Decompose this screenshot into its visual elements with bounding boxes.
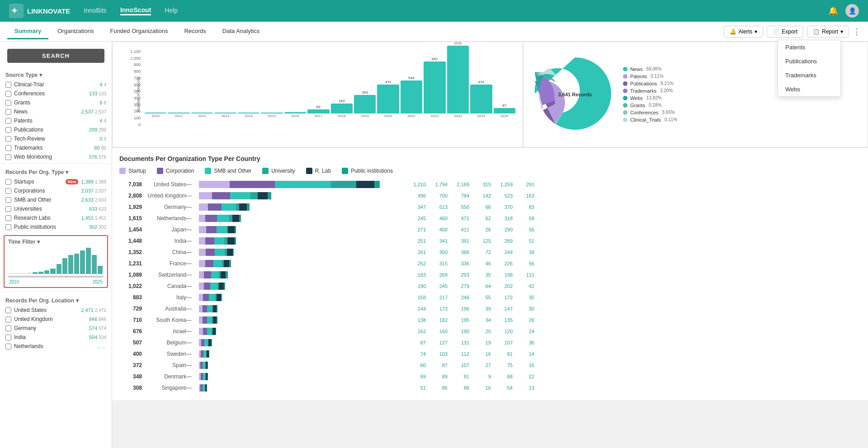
- checkbox-clinical_trial[interactable]: [5, 82, 11, 88]
- checkbox-research_labs[interactable]: [5, 215, 11, 221]
- stat-value: 81: [496, 351, 513, 357]
- donut-container: 3,641 Records: [534, 53, 616, 136]
- dropdown-item[interactable]: Publications: [778, 54, 840, 68]
- filter-item-location[interactable]: United States 2,471 2,471: [0, 306, 112, 315]
- filter-item-universities[interactable]: Universities 633 633: [0, 204, 112, 213]
- stat-value: 269: [431, 272, 448, 278]
- bar-column: 163 2018: [331, 99, 353, 118]
- filter-label-news: News: [14, 108, 78, 115]
- stat-value: 460: [431, 216, 448, 221]
- stat-value: 411: [453, 227, 469, 232]
- checkbox-conferences[interactable]: [5, 91, 11, 97]
- y-axis-label: 600: [134, 83, 141, 87]
- stat-value: 35: [518, 295, 534, 300]
- checkbox-trademarks[interactable]: [5, 145, 11, 151]
- dropdown-item[interactable]: Webs: [778, 82, 840, 96]
- country-total: 308: [119, 385, 142, 391]
- tab-summary[interactable]: Summary: [7, 24, 48, 39]
- country-row: 710 South Korea— 1381821953413526: [119, 315, 861, 325]
- filter-item-tech_review[interactable]: Tech-Review 0 0: [0, 134, 112, 143]
- stat-value: 24: [518, 329, 534, 334]
- checkbox-tech_review[interactable]: [5, 136, 11, 142]
- export-button[interactable]: 📄 Export: [767, 26, 803, 38]
- bar-segment: [224, 260, 229, 267]
- checkbox-location[interactable]: [5, 325, 11, 331]
- search-button[interactable]: SEARCH: [7, 49, 104, 63]
- filter-item-smb_other[interactable]: SMB and Other 2,633 2,633: [0, 195, 112, 204]
- stat-value: 700: [431, 193, 448, 198]
- checkbox-web_monitoring[interactable]: [5, 154, 11, 160]
- country-row: 308 Singapore— 518688165413: [119, 383, 861, 393]
- tab-data-analytics[interactable]: Data Analytics: [215, 24, 267, 39]
- alerts-button[interactable]: 🔔 Alerts ▾: [724, 26, 764, 38]
- checkbox-universities[interactable]: [5, 206, 11, 212]
- checkbox-patents[interactable]: [5, 118, 11, 124]
- y-axis-label: 800: [134, 69, 141, 74]
- checkbox-location[interactable]: [5, 307, 11, 313]
- report-button[interactable]: 📋 Report ▾: [807, 26, 849, 38]
- filter-item-web_monitoring[interactable]: Web Monitoring 576 576: [0, 152, 112, 161]
- checkbox-publications[interactable]: [5, 127, 11, 133]
- stat-value: 13: [518, 385, 534, 391]
- checkbox-grants[interactable]: [5, 100, 11, 106]
- y-axis-label: 500: [134, 89, 141, 94]
- stat-value: 62: [475, 216, 491, 221]
- country-stats: 25134139112528951: [410, 238, 534, 244]
- bar-segment: [229, 260, 231, 267]
- checkbox-location[interactable]: [5, 344, 11, 349]
- bar-segment: [199, 192, 212, 199]
- bell-icon[interactable]: 🔔: [828, 6, 838, 16]
- tab-organizations[interactable]: Organizations: [50, 24, 101, 39]
- alerts-chevron: ▾: [755, 28, 757, 35]
- nav-help[interactable]: Help: [165, 7, 178, 15]
- filter-item-startups[interactable]: Startups New 1,389 1,389: [0, 177, 112, 186]
- stat-value: 471: [453, 216, 469, 221]
- bar-segment: [203, 328, 207, 335]
- filter-count-grants: 8 8: [99, 100, 106, 105]
- y-axis-label: 700: [134, 76, 141, 80]
- filter-item-publications[interactable]: Publications 299 299: [0, 125, 112, 134]
- checkbox-smb_other[interactable]: [5, 197, 11, 203]
- bar: [261, 113, 283, 113]
- dropdown-item[interactable]: Patents: [778, 40, 840, 54]
- filter-item-clinical_trial[interactable]: Clinical-Trial 4 4: [0, 80, 112, 89]
- tab-funded-organizations[interactable]: Funded Organizations: [103, 24, 175, 39]
- filter-item-news[interactable]: News 2,537 2,537: [0, 107, 112, 116]
- checkbox-public_institutions[interactable]: [5, 224, 11, 230]
- filter-item-corporations[interactable]: Corporations 2,037 2,037: [0, 186, 112, 195]
- stat-value: 261: [410, 250, 426, 255]
- country-name: Belgium—: [146, 340, 195, 346]
- filter-item-location[interactable]: Netherlands ... ...: [0, 342, 112, 351]
- checkbox-news[interactable]: [5, 109, 11, 115]
- bar-year-label: 2013: [222, 114, 230, 118]
- dropdown-item[interactable]: Trademarks: [778, 68, 840, 82]
- filter-item-location[interactable]: India 504 504: [0, 333, 112, 342]
- checkbox-location[interactable]: [5, 316, 11, 322]
- bar-column: 2012: [191, 113, 213, 118]
- legend-color: [623, 81, 627, 86]
- checkbox-location[interactable]: [5, 335, 11, 340]
- country-total: 883: [119, 294, 142, 301]
- filter-item-trademarks[interactable]: Trademarks 80 80: [0, 143, 112, 152]
- checkbox-startups[interactable]: [5, 179, 11, 185]
- filter-count-news: 2,537 2,537: [81, 109, 106, 114]
- filter-item-grants[interactable]: Grants 8 8: [0, 98, 112, 107]
- nav-innobits[interactable]: InnoBits: [84, 7, 107, 15]
- checkbox-corporations[interactable]: [5, 188, 11, 194]
- filter-item-location[interactable]: United Kingdom 846 846: [0, 315, 112, 324]
- bar-segment: [207, 328, 212, 335]
- tab-records[interactable]: Records: [177, 24, 213, 39]
- avatar[interactable]: 👤: [845, 4, 859, 18]
- filter-item-conferences[interactable]: Conferences 133 133: [0, 89, 112, 98]
- logo[interactable]: ✦ LINKNOVATE: [9, 4, 70, 18]
- stat-value: 51: [410, 385, 426, 391]
- nav-innoscout[interactable]: InnoScout: [120, 6, 151, 15]
- filter-item-location[interactable]: Germany 574 574: [0, 324, 112, 333]
- range-slider[interactable]: [8, 276, 104, 278]
- country-row: 1,352 China— 2613503867224439: [119, 247, 861, 257]
- more-options-button[interactable]: ⋮: [853, 27, 861, 37]
- filter-item-patents[interactable]: Patents 4 4: [0, 116, 112, 125]
- bar-segment: [224, 283, 225, 290]
- filter-item-public_institutions[interactable]: Public institutions 302 302: [0, 222, 112, 231]
- filter-item-research_labs[interactable]: Research Labs 1,451 1,451: [0, 213, 112, 222]
